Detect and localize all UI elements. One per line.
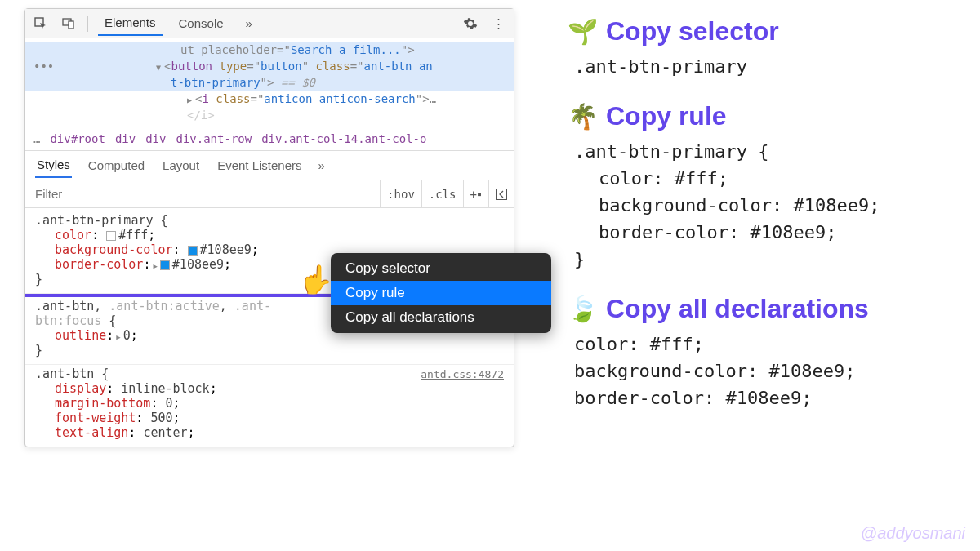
tab-styles[interactable]: Styles (35, 153, 72, 178)
more-tabs-icon[interactable]: » (318, 158, 325, 172)
kebab-icon[interactable]: ⋮ (489, 15, 507, 33)
breadcrumb-item[interactable]: div (145, 132, 166, 145)
css-declaration[interactable]: color: #fff; (35, 228, 504, 242)
dom-line[interactable]: <i class="anticon anticon-search">… (25, 91, 514, 107)
cls-button[interactable]: .cls (421, 180, 463, 207)
dom-tree[interactable]: ut placeholder="Search a film..."> ••• <… (25, 38, 514, 127)
leaves-icon: 🍃 (568, 295, 598, 323)
palm-tree-icon: 🌴 (568, 102, 598, 131)
styles-tabs: Styles Computed Layout Event Listeners » (25, 151, 514, 180)
css-selector[interactable]: .ant-btn-primary { (35, 213, 504, 228)
breadcrumb-item[interactable]: div.ant-col-14.ant-col-o (261, 132, 426, 145)
explainer-panel: 🌱 Copy selector .ant-btn-primary 🌴 Copy … (568, 16, 968, 433)
new-rule-icon[interactable]: +▪ (463, 180, 488, 207)
device-toggle-icon[interactable] (60, 15, 78, 33)
color-swatch-icon[interactable] (106, 231, 116, 241)
css-declaration[interactable]: text-align: center; (35, 425, 504, 440)
section-copy-selector: 🌱 Copy selector .ant-btn-primary (568, 16, 968, 80)
svg-rect-2 (69, 21, 74, 29)
section-heading: Copy rule (606, 101, 727, 131)
gear-icon[interactable] (461, 15, 479, 33)
filter-row: :hov .cls +▪ (25, 180, 514, 208)
breadcrumb-item[interactable]: div#root (50, 132, 105, 145)
code-output: .ant-btn-primary (568, 53, 968, 80)
devtools-panel: Elements Console » ⋮ ut placeholder="Sea… (24, 8, 514, 447)
dom-line-selected[interactable]: ••• <button type="button" class="ant-btn… (25, 58, 514, 74)
context-menu: Copy selector Copy rule Copy all declara… (331, 253, 551, 333)
tab-layout[interactable]: Layout (161, 153, 201, 177)
menu-copy-rule[interactable]: Copy rule (331, 281, 551, 305)
menu-copy-all-declarations[interactable]: Copy all declarations (331, 305, 551, 330)
code-output: color: #fff; background-color: #108ee9; … (568, 331, 968, 411)
breadcrumb-item[interactable]: … (33, 132, 40, 145)
attribution: @addyosmani (861, 524, 965, 543)
seedling-icon: 🌱 (568, 17, 598, 46)
svg-rect-3 (497, 189, 507, 199)
inspect-icon[interactable] (32, 15, 50, 33)
menu-copy-selector[interactable]: Copy selector (331, 256, 551, 281)
css-rule[interactable]: antd.css:4872 .ant-btn { display: inline… (25, 365, 514, 447)
breadcrumb[interactable]: … div#root div div div.ant-row div.ant-c… (25, 127, 514, 151)
toggle-pane-icon[interactable] (488, 180, 514, 207)
hov-button[interactable]: :hov (380, 180, 421, 207)
code-output: .ant-btn-primary { color: #fff; backgrou… (568, 138, 968, 273)
breadcrumb-item[interactable]: div.ant-row (176, 132, 252, 145)
tab-elements[interactable]: Elements (98, 11, 163, 36)
tab-computed[interactable]: Computed (87, 153, 146, 177)
breadcrumb-item[interactable]: div (115, 132, 136, 145)
tab-event-listeners[interactable]: Event Listeners (216, 153, 303, 177)
section-copy-rule: 🌴 Copy rule .ant-btn-primary { color: #f… (568, 101, 968, 273)
css-declaration[interactable]: display: inline-block; (35, 381, 504, 396)
section-heading: Copy all declarations (606, 294, 869, 324)
devtools-toolbar: Elements Console » ⋮ (25, 9, 514, 38)
more-tabs-icon[interactable]: » (240, 15, 258, 33)
section-heading: Copy selector (606, 16, 779, 47)
pointing-hand-icon: 👆 (299, 263, 333, 295)
source-link[interactable]: antd.css:4872 (421, 368, 504, 380)
ellipsis-icon[interactable]: ••• (33, 60, 54, 73)
css-brace: } (35, 343, 504, 358)
color-swatch-icon[interactable] (188, 246, 198, 256)
section-copy-all-declarations: 🍃 Copy all declarations color: #fff; bac… (568, 294, 968, 411)
tab-console[interactable]: Console (172, 11, 230, 35)
css-declaration[interactable]: margin-bottom: 0; (35, 396, 504, 411)
filter-input[interactable] (25, 187, 380, 201)
dom-line[interactable]: </i> (25, 107, 514, 123)
dom-line[interactable]: t-btn-primary"> == $0 (25, 74, 514, 91)
css-declaration[interactable]: font-weight: 500; (35, 411, 504, 425)
dom-line[interactable]: ut placeholder="Search a film..."> (25, 42, 514, 58)
color-swatch-icon[interactable] (160, 260, 170, 270)
